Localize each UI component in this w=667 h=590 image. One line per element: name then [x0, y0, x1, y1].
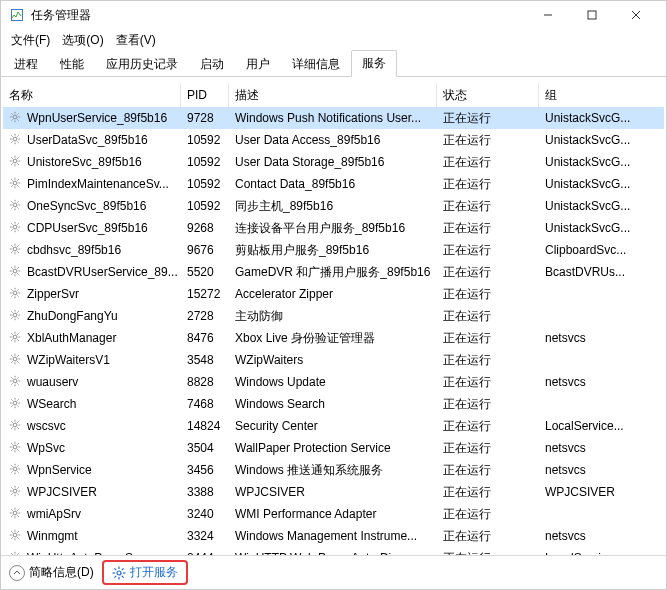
table-row[interactable]: WpnUserService_89f5b169728Windows Push N… [3, 107, 664, 129]
col-header-group[interactable]: 组 [539, 83, 649, 107]
table-row[interactable]: PimIndexMaintenanceSv...10592Contact Dat… [3, 173, 664, 195]
svg-line-103 [11, 339, 12, 340]
window-title: 任务管理器 [31, 7, 91, 24]
svg-line-111 [17, 355, 18, 356]
col-header-name[interactable]: 名称 [3, 83, 181, 107]
cell-group: netsvcs [539, 525, 649, 547]
cell-desc: 剪贴板用户服务_89f5b16 [229, 239, 437, 261]
menu-file[interactable]: 文件(F) [5, 30, 56, 51]
menubar: 文件(F) 选项(O) 查看(V) [1, 29, 666, 51]
table-row[interactable]: WSearch7468Windows Search正在运行 [3, 393, 664, 415]
tab-label: 进程 [14, 57, 38, 71]
tab-label: 性能 [60, 57, 84, 71]
menu-options[interactable]: 选项(O) [56, 30, 109, 51]
table-row[interactable]: WpnService3456Windows 推送通知系统服务正在运行netsvc… [3, 459, 664, 481]
svg-line-37 [11, 179, 12, 180]
table-row[interactable]: OneSyncSvc_89f5b1610592同步主机_89f5b16正在运行U… [3, 195, 664, 217]
table-row[interactable]: cbdhsvc_89f5b169676剪贴板用户服务_89f5b16正在运行Cl… [3, 239, 664, 261]
svg-point-41 [13, 203, 17, 207]
cell-desc: WZipWaiters [229, 349, 437, 371]
cell-pid: 3240 [181, 503, 229, 525]
cell-desc: WPJCSIVER [229, 481, 437, 503]
cell-name: WinHttpAutoProxySvc [3, 547, 181, 555]
tab-3[interactable]: 启动 [189, 51, 235, 77]
table-row[interactable]: WinHttpAutoProxySvc2444WinHTTP Web Proxy… [3, 547, 664, 555]
cell-group: UnistackSvcG... [539, 173, 649, 195]
svg-point-86 [13, 313, 17, 317]
cell-desc: User Data Access_89f5b16 [229, 129, 437, 151]
svg-line-148 [11, 449, 12, 450]
table-row[interactable]: wmiApSrv3240WMI Performance Adapter正在运行 [3, 503, 664, 525]
svg-line-163 [11, 487, 12, 488]
tab-0[interactable]: 进程 [3, 51, 49, 77]
col-header-status[interactable]: 状态 [437, 83, 539, 107]
service-icon [9, 199, 23, 213]
col-header-desc[interactable]: 描述 [229, 83, 437, 107]
table-row[interactable]: ZhuDongFangYu2728主动防御正在运行 [3, 305, 664, 327]
tab-label: 启动 [200, 57, 224, 71]
cell-name: OneSyncSvc_89f5b16 [3, 195, 181, 217]
svg-line-83 [17, 295, 18, 296]
cell-status: 正在运行 [437, 459, 539, 481]
svg-line-28 [11, 157, 12, 158]
tab-5[interactable]: 详细信息 [281, 51, 351, 77]
minimize-button[interactable] [526, 1, 570, 29]
table-row[interactable]: XblAuthManager8476Xbox Live 身份验证管理器正在运行n… [3, 327, 664, 349]
svg-line-29 [17, 163, 18, 164]
cell-status: 正在运行 [437, 547, 539, 555]
table-row[interactable]: CDPUserSvc_89f5b169268连接设备平台用户服务_89f5b16… [3, 217, 664, 239]
cell-name: WpSvc [3, 437, 181, 459]
menu-view[interactable]: 查看(V) [110, 30, 162, 51]
svg-line-56 [17, 229, 18, 230]
svg-line-49 [11, 207, 12, 208]
cell-status: 正在运行 [437, 481, 539, 503]
table-row[interactable]: UserDataSvc_89f5b1610592User Data Access… [3, 129, 664, 151]
svg-line-146 [17, 449, 18, 450]
maximize-button[interactable] [570, 1, 614, 29]
cell-group [539, 393, 649, 415]
col-header-pid[interactable]: PID [181, 83, 229, 107]
svg-line-202 [114, 575, 116, 577]
cell-status: 正在运行 [437, 327, 539, 349]
cell-name: ZhuDongFangYu [3, 305, 181, 327]
cell-pid: 9676 [181, 239, 229, 261]
table-row[interactable]: WpSvc3504WallPaper Protection Service正在运… [3, 437, 664, 459]
svg-line-10 [11, 113, 12, 114]
service-icon [9, 243, 23, 257]
tab-4[interactable]: 用户 [235, 51, 281, 77]
service-icon [9, 419, 23, 433]
svg-line-182 [17, 537, 18, 538]
fewer-details-button[interactable]: 简略信息(D) [9, 564, 94, 581]
table-row[interactable]: UnistoreSvc_89f5b1610592User Data Storag… [3, 151, 664, 173]
table-row[interactable]: ZipperSvr15272Accelerator Zipper正在运行 [3, 283, 664, 305]
cell-pid: 3324 [181, 525, 229, 547]
close-button[interactable] [614, 1, 658, 29]
svg-line-92 [17, 317, 18, 318]
open-services-button[interactable]: 打开服务 [102, 560, 188, 585]
cell-group [539, 349, 649, 371]
cell-desc: WMI Performance Adapter [229, 503, 437, 525]
cell-group: UnistackSvcG... [539, 217, 649, 239]
table-row[interactable]: wscsvc14824Security Center正在运行LocalServi… [3, 415, 664, 437]
table-row[interactable]: WPJCSIVER3388WPJCSIVER正在运行WPJCSIVER [3, 481, 664, 503]
table-row[interactable]: WZipWaitersV13548WZipWaiters正在运行 [3, 349, 664, 371]
tab-2[interactable]: 应用历史记录 [95, 51, 189, 77]
svg-line-130 [11, 405, 12, 406]
cell-status: 正在运行 [437, 195, 539, 217]
cell-status: 正在运行 [437, 217, 539, 239]
svg-line-84 [17, 289, 18, 290]
table-row[interactable]: wuauserv8828Windows Update正在运行netsvcs [3, 371, 664, 393]
cell-status: 正在运行 [437, 129, 539, 151]
table-row[interactable]: BcastDVRUserService_89...5520GameDVR 和广播… [3, 261, 664, 283]
svg-line-3 [632, 11, 640, 19]
svg-line-40 [11, 185, 12, 186]
tab-6[interactable]: 服务 [351, 50, 397, 77]
cell-pid: 9268 [181, 217, 229, 239]
cell-name: UnistoreSvc_89f5b16 [3, 151, 181, 173]
service-icon [9, 155, 23, 169]
svg-point-77 [13, 291, 17, 295]
cell-name: PimIndexMaintenanceSv... [3, 173, 181, 195]
svg-line-121 [11, 383, 12, 384]
table-row[interactable]: Winmgmt3324Windows Management Instrume..… [3, 525, 664, 547]
tab-1[interactable]: 性能 [49, 51, 95, 77]
